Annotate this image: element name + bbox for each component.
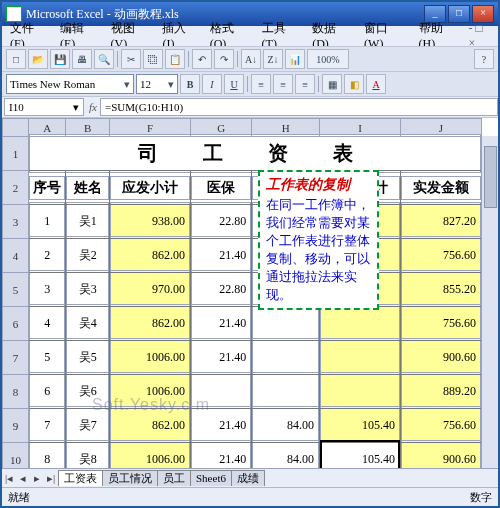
align-left-icon[interactable]: ≡ xyxy=(251,74,271,94)
header-cell[interactable]: 姓名 xyxy=(66,176,109,200)
row-header[interactable]: 6 xyxy=(3,307,29,341)
formatting-toolbar: Times New Roman▾ 12▾ B I U ≡ ≡ ≡ ▦ ◧ A xyxy=(2,72,498,97)
sheet-title[interactable]: 司 工 资 表 xyxy=(29,134,481,173)
row-header[interactable]: 8 xyxy=(3,375,29,409)
cell-name[interactable]: 吴8 xyxy=(66,440,109,468)
cut-icon[interactable]: ✂ xyxy=(121,49,141,69)
formula-input[interactable]: =SUM(G10:H10) xyxy=(100,98,498,116)
row-header[interactable]: 3 xyxy=(3,205,29,239)
zoom-combo[interactable]: 100% xyxy=(307,49,349,69)
cell-seq[interactable]: 8 xyxy=(29,440,65,468)
sheet-tab[interactable]: 员工 xyxy=(157,470,191,486)
spreadsheet-grid[interactable]: A B F G H I J 1 司 工 资 表 2 序号 姓名 应发小计 xyxy=(2,118,482,468)
tooltip-popup: 工作表的复制 在同一工作簿中，我们经常需要对某个工作表进行整体复制、移动，可以通… xyxy=(258,170,379,310)
paste-icon[interactable]: 📋 xyxy=(165,49,185,69)
open-icon[interactable]: 📂 xyxy=(28,49,48,69)
fx-icon[interactable]: fx xyxy=(86,101,100,113)
name-box[interactable]: I10▾ xyxy=(4,98,84,116)
standard-toolbar: □ 📂 💾 🖶 🔍 ✂ ⿻ 📋 ↶ ↷ A↓ Z↓ 📊 100% ? xyxy=(2,46,498,72)
header-cell[interactable]: 应发小计 xyxy=(110,176,190,200)
cell-G[interactable]: 21.40 xyxy=(191,440,251,468)
tab-prev-icon[interactable]: ◂ xyxy=(16,472,30,485)
save-icon[interactable]: 💾 xyxy=(50,49,70,69)
header-cell[interactable]: 医保 xyxy=(191,176,251,200)
header-cell[interactable]: 实发金额 xyxy=(401,176,481,200)
tab-first-icon[interactable]: |◂ xyxy=(2,472,16,485)
undo-icon[interactable]: ↶ xyxy=(192,49,212,69)
redo-icon[interactable]: ↷ xyxy=(214,49,234,69)
sheet-tab[interactable]: Sheet6 xyxy=(190,470,232,486)
sort-asc-icon[interactable]: A↓ xyxy=(241,49,261,69)
borders-icon[interactable]: ▦ xyxy=(322,74,342,94)
sheet-tab[interactable]: 成绩 xyxy=(231,470,265,486)
row-header[interactable]: 7 xyxy=(3,341,29,375)
row-header[interactable]: 10 xyxy=(3,443,29,469)
header-cell[interactable]: 序号 xyxy=(29,176,65,200)
tab-last-icon[interactable]: ▸| xyxy=(44,472,58,485)
sheet-tab[interactable]: 工资表 xyxy=(58,470,103,486)
tooltip-body: 在同一工作簿中，我们经常需要对某个工作表进行整体复制、移动，可以通过拖拉法来实现… xyxy=(266,197,370,302)
help-icon[interactable]: ? xyxy=(474,49,494,69)
cell-H[interactable]: 84.00 xyxy=(252,440,319,468)
row-header[interactable]: 4 xyxy=(3,239,29,273)
row-header[interactable]: 1 xyxy=(3,137,29,171)
app-window: Microsoft Excel - 动画教程.xls _ □ × 文件(F) 编… xyxy=(0,0,500,508)
sheet-tabs: |◂ ◂ ▸ ▸| 工资表 员工情况 员工 Sheet6 成绩 xyxy=(2,468,498,487)
fontcolor-icon[interactable]: A xyxy=(366,74,386,94)
scrollbar-thumb[interactable] xyxy=(484,146,497,208)
status-left: 就绪 xyxy=(8,490,30,505)
row-header[interactable]: 5 xyxy=(3,273,29,307)
underline-icon[interactable]: U xyxy=(224,74,244,94)
copy-icon[interactable]: ⿻ xyxy=(143,49,163,69)
corner-cell[interactable] xyxy=(3,119,29,137)
print-icon[interactable]: 🖶 xyxy=(72,49,92,69)
chart-icon[interactable]: 📊 xyxy=(285,49,305,69)
align-center-icon[interactable]: ≡ xyxy=(273,74,293,94)
font-combo[interactable]: Times New Roman▾ xyxy=(6,74,134,94)
italic-icon[interactable]: I xyxy=(202,74,222,94)
statusbar: 就绪 数字 xyxy=(2,487,498,506)
vertical-scrollbar[interactable] xyxy=(481,136,498,468)
cell-J[interactable]: 900.60 xyxy=(401,440,481,468)
fillcolor-icon[interactable]: ◧ xyxy=(344,74,364,94)
preview-icon[interactable]: 🔍 xyxy=(94,49,114,69)
align-right-icon[interactable]: ≡ xyxy=(295,74,315,94)
sort-desc-icon[interactable]: Z↓ xyxy=(263,49,283,69)
menubar: 文件(F) 编辑(E) 视图(V) 插入(I) 格式(O) 工具(T) 数据(D… xyxy=(2,26,498,46)
row-header[interactable]: 9 xyxy=(3,409,29,443)
status-right: 数字 xyxy=(470,490,492,505)
fontsize-combo[interactable]: 12▾ xyxy=(136,74,178,94)
formula-bar: I10▾ fx =SUM(G10:H10) xyxy=(2,97,498,118)
cell-F[interactable]: 1006.00 xyxy=(110,440,190,468)
tab-next-icon[interactable]: ▸ xyxy=(30,472,44,485)
bold-icon[interactable]: B xyxy=(180,74,200,94)
sheet-tab[interactable]: 员工情况 xyxy=(102,470,158,486)
worksheet-area[interactable]: A B F G H I J 1 司 工 资 表 2 序号 姓名 应发小计 xyxy=(2,118,498,468)
cell-I[interactable]: 105.40 xyxy=(320,440,400,468)
new-icon[interactable]: □ xyxy=(6,49,26,69)
row-header[interactable]: 2 xyxy=(3,171,29,205)
tooltip-title: 工作表的复制 xyxy=(266,176,371,194)
